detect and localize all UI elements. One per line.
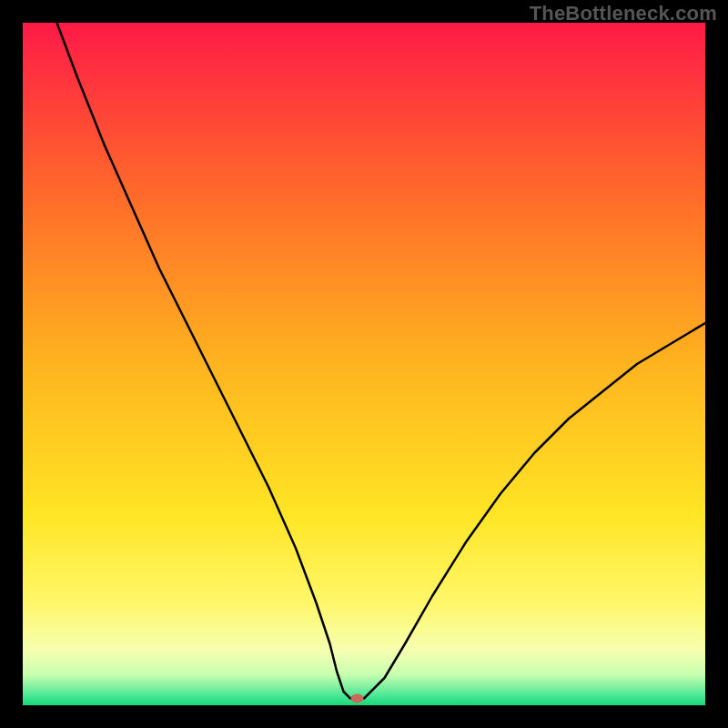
plot-svg xyxy=(23,23,705,705)
optimal-marker xyxy=(351,694,364,703)
chart-frame: TheBottleneck.com xyxy=(0,0,728,728)
plot-area xyxy=(23,23,705,705)
watermark-text: TheBottleneck.com xyxy=(530,2,717,25)
gradient-background xyxy=(23,23,705,705)
